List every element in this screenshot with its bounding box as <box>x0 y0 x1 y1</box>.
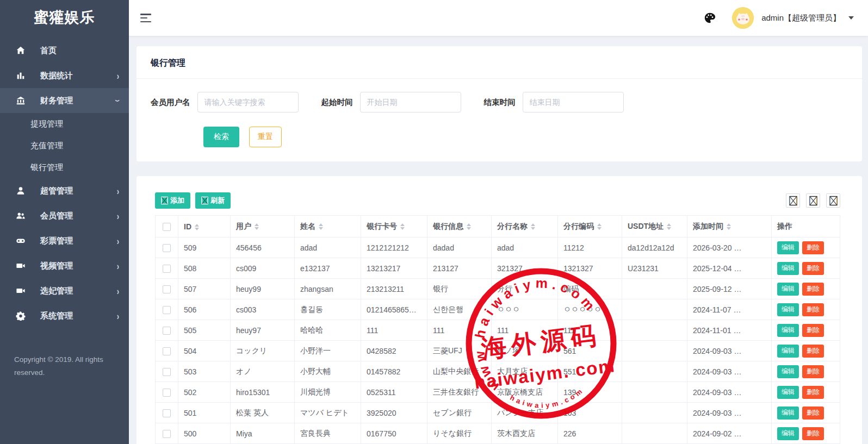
row-checkbox[interactable] <box>163 265 171 273</box>
sidebar-item-finance[interactable]: 财务管理› <box>0 88 129 113</box>
table-tool-button-3[interactable] <box>826 193 840 208</box>
table-tool-button-1[interactable] <box>786 193 800 208</box>
edit-button[interactable]: 编辑 <box>777 407 799 420</box>
delete-button[interactable]: 删除 <box>802 262 824 275</box>
start-date-input[interactable] <box>360 92 461 112</box>
row-checkbox[interactable] <box>163 409 171 417</box>
cell-time: 2025-09-12 … <box>687 279 772 299</box>
edit-button[interactable]: 编辑 <box>777 283 799 296</box>
sort-arrows-icon[interactable] <box>597 223 602 230</box>
cell-actions: 编辑删除 <box>772 237 840 258</box>
column-header-4[interactable]: 银行信息 <box>427 216 492 237</box>
row-checkbox[interactable] <box>163 244 171 252</box>
cell-usdt <box>622 382 687 403</box>
column-header-0[interactable]: ID <box>178 216 231 237</box>
cell-code: ㅇㅇㅇㅇㅇ <box>558 299 622 320</box>
sidebar-item-admin[interactable]: 超管管理› <box>0 178 129 203</box>
cell-name: 川畑光博 <box>295 382 361 403</box>
column-header-7[interactable]: USDT地址 <box>622 216 687 237</box>
sort-arrows-icon[interactable] <box>727 223 731 230</box>
row-checkbox[interactable] <box>163 327 171 335</box>
column-header-1[interactable]: 用户 <box>231 216 295 237</box>
sort-arrows-icon[interactable] <box>531 223 535 230</box>
bank-table: ID用户姓名银行卡号银行信息分行名称分行编码USDT地址添加时间操作 50945… <box>155 215 840 444</box>
people-icon <box>15 210 26 221</box>
cell-actions: 编辑删除 <box>772 382 840 403</box>
delete-button[interactable]: 删除 <box>802 303 824 316</box>
cell-bank: 213127 <box>427 258 492 279</box>
cell-user: hiro15301 <box>231 382 295 403</box>
sidebar-item-lottery[interactable]: 彩票管理› <box>0 228 129 253</box>
column-header-8[interactable]: 添加时间 <box>687 216 772 237</box>
row-checkbox[interactable] <box>163 368 171 376</box>
sort-arrows-icon[interactable] <box>400 223 405 230</box>
column-header-5[interactable]: 分行名称 <box>492 216 558 237</box>
video-icon <box>15 260 26 271</box>
sidebar-item-video[interactable]: 视频管理› <box>0 253 129 278</box>
sidebar-item-members[interactable]: 会员管理› <box>0 203 129 228</box>
edit-button[interactable]: 编辑 <box>777 262 799 275</box>
hamburger-menu-icon[interactable] <box>140 14 152 22</box>
table-header-row: ID用户姓名银行卡号银行信息分行名称分行编码USDT地址添加时间操作 <box>156 216 840 237</box>
delete-button[interactable]: 删除 <box>802 283 824 296</box>
cell-user: cs003 <box>231 299 295 320</box>
select-all-checkbox[interactable] <box>163 223 171 231</box>
row-checkbox[interactable] <box>163 430 171 438</box>
sidebar-item-stats[interactable]: 数据统计› <box>0 63 129 88</box>
column-header-2[interactable]: 姓名 <box>295 216 361 237</box>
cell-id: 503 <box>178 361 231 382</box>
theme-palette-icon[interactable] <box>703 11 717 25</box>
column-header-3[interactable]: 银行卡号 <box>361 216 427 237</box>
user-dropdown-caret-icon[interactable] <box>848 16 854 22</box>
table-tool-button-2[interactable] <box>806 193 820 208</box>
row-checkbox[interactable] <box>163 306 171 314</box>
reset-button[interactable]: 重置 <box>249 127 282 147</box>
sidebar-subitem-recharge[interactable]: 充值管理 <box>0 135 129 157</box>
user-name[interactable]: admin【超级管理员】 <box>761 13 841 23</box>
cell-branch: 竹ノ塚 <box>492 341 558 361</box>
delete-button[interactable]: 删除 <box>802 324 824 337</box>
delete-button[interactable]: 删除 <box>802 345 824 358</box>
row-checkbox[interactable] <box>163 389 171 397</box>
sidebar-subitem-bank[interactable]: 银行管理 <box>0 157 129 178</box>
sort-arrows-icon[interactable] <box>195 224 199 230</box>
delete-button[interactable]: 删除 <box>802 365 824 378</box>
delete-button[interactable]: 删除 <box>802 386 824 399</box>
cell-usdt: U231231 <box>622 258 687 279</box>
cell-card: 3925020 <box>361 403 427 423</box>
edit-button[interactable]: 编辑 <box>777 386 799 399</box>
cell-card: 0121465865… <box>361 299 427 320</box>
sidebar-subitem-withdraw[interactable]: 提现管理 <box>0 113 129 135</box>
edit-button[interactable]: 编辑 <box>777 303 799 316</box>
user-avatar[interactable] <box>732 7 754 29</box>
search-button[interactable]: 检索 <box>203 127 239 147</box>
end-date-input[interactable] <box>523 92 624 112</box>
add-button[interactable]: 添加 <box>155 192 190 209</box>
sort-arrows-icon[interactable] <box>667 223 671 230</box>
sidebar-item-system[interactable]: 系统管理› <box>0 303 129 328</box>
edit-button[interactable]: 编辑 <box>777 241 799 254</box>
row-checkbox[interactable] <box>163 285 171 293</box>
bank-icon <box>15 95 26 106</box>
sort-arrows-icon[interactable] <box>255 223 259 230</box>
broken-image-icon <box>161 196 168 205</box>
sort-arrows-icon[interactable] <box>467 223 471 230</box>
cell-code: 111 <box>558 320 622 341</box>
broken-image-icon <box>809 196 817 206</box>
cell-user: cs009 <box>231 258 295 279</box>
edit-button[interactable]: 编辑 <box>777 345 799 358</box>
sidebar-item-home[interactable]: 首页 <box>0 38 129 63</box>
edit-button[interactable]: 编辑 <box>777 427 799 440</box>
refresh-button[interactable]: 刷新 <box>195 192 231 209</box>
username-input[interactable] <box>197 92 299 112</box>
delete-button[interactable]: 删除 <box>802 241 824 254</box>
row-checkbox[interactable] <box>163 347 171 355</box>
sort-arrows-icon[interactable] <box>319 223 323 230</box>
column-header-6[interactable]: 分行编码 <box>558 216 622 237</box>
delete-button[interactable]: 删除 <box>802 407 824 420</box>
edit-button[interactable]: 编辑 <box>777 324 799 337</box>
edit-button[interactable]: 编辑 <box>777 365 799 378</box>
delete-button[interactable]: 删除 <box>802 427 824 440</box>
sidebar-item-concubine[interactable]: 选妃管理› <box>0 278 129 303</box>
cell-time: 2024-09-03 … <box>687 403 772 423</box>
